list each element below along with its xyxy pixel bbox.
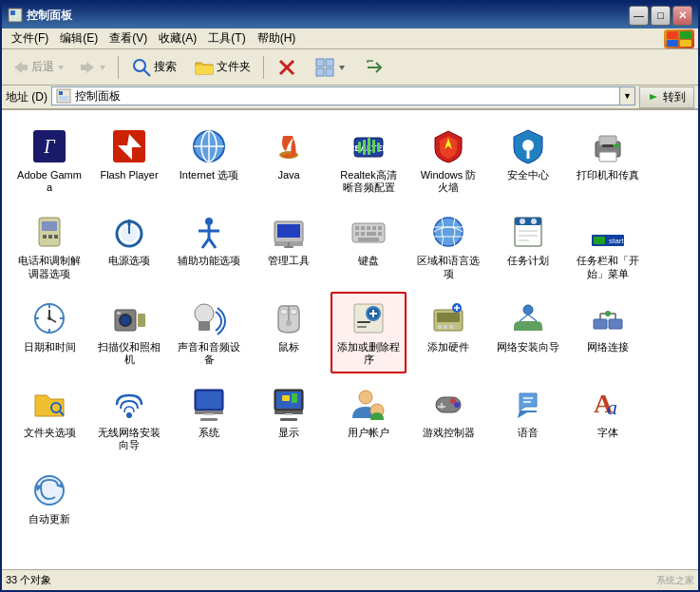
icon-graphic-printers [589, 127, 627, 165]
icon-date-time[interactable]: 日期和时间 [11, 292, 87, 373]
menu-edit[interactable]: 编辑(E) [54, 29, 104, 48]
close-button[interactable]: ✕ [672, 6, 692, 26]
icon-graphic-internet-options [190, 127, 228, 165]
icon-adobe-gamma[interactable]: ΓAdobe Gamma [11, 120, 87, 201]
icon-label-folder-options: 文件夹选项 [24, 427, 76, 439]
icon-sounds-audio[interactable]: 声音和音频设备 [171, 292, 247, 373]
icon-scanner-camera[interactable]: 扫描仪和照相机 [91, 292, 167, 373]
svg-rect-49 [599, 136, 616, 145]
icon-user-accounts[interactable]: 用户帐户 [331, 377, 407, 459]
delete-button[interactable] [270, 53, 304, 82]
menu-file[interactable]: 文件(F) [6, 29, 54, 48]
icon-folder-options[interactable]: 文件夹选项 [11, 377, 87, 459]
svg-rect-87 [515, 218, 541, 225]
menu-view[interactable]: 查看(V) [104, 29, 153, 48]
svg-rect-109 [138, 314, 145, 327]
icon-accessibility[interactable]: 辅助功能选项 [171, 205, 247, 287]
svg-rect-3 [10, 16, 15, 21]
icon-system[interactable]: 系统 [171, 377, 247, 459]
views-dropdown-icon [337, 60, 347, 75]
icon-label-scanner-camera: 扫描仪和照相机 [97, 341, 161, 366]
maximize-button[interactable]: □ [651, 6, 671, 26]
svg-rect-71 [284, 246, 293, 248]
menu-help[interactable]: 帮助(H) [252, 29, 302, 48]
svg-rect-73 [355, 226, 359, 230]
icon-graphic-display [270, 385, 308, 423]
icon-graphic-mouse [270, 299, 308, 337]
icon-display[interactable]: 显示 [251, 377, 327, 459]
address-label: 地址 (D) [6, 89, 47, 105]
svg-rect-80 [367, 232, 376, 236]
minimize-button[interactable]: — [629, 6, 649, 26]
folders-label: 文件夹 [217, 59, 251, 75]
icon-game-controllers[interactable]: 游戏控制器 [410, 377, 486, 459]
icon-windows-firewall[interactable]: Windows 防火墙 [410, 120, 486, 201]
move-button[interactable] [357, 53, 391, 82]
svg-rect-18 [196, 66, 213, 74]
svg-rect-111 [199, 321, 210, 331]
svg-rect-50 [599, 152, 616, 162]
icon-scheduled-tasks[interactable]: 任务计划 [490, 205, 566, 287]
icon-graphic-flash-player [110, 127, 148, 165]
address-dropdown[interactable]: ▼ [620, 86, 635, 105]
svg-rect-28 [59, 96, 68, 101]
icon-realtek-audio[interactable]: REALTEKRealtek高清晰音频配置 [331, 120, 407, 201]
address-folder-icon [56, 88, 71, 104]
icon-graphic-folder-options [30, 385, 68, 423]
icon-taskbar-start[interactable]: start任务栏和「开始」菜单 [570, 205, 646, 287]
svg-line-133 [528, 315, 537, 321]
icon-label-network-setup: 网络安装向导 [497, 341, 559, 353]
menu-tools[interactable]: 工具(T) [202, 29, 251, 48]
menu-favorites[interactable]: 收藏(A) [153, 29, 202, 48]
svg-rect-126 [444, 325, 447, 329]
icon-power-options[interactable]: 电源选项 [91, 205, 167, 287]
icon-add-hardware[interactable]: 添加硬件 [410, 292, 486, 373]
forward-button[interactable] [74, 54, 112, 81]
icon-fonts[interactable]: Aa字体 [570, 377, 646, 459]
svg-line-16 [143, 69, 150, 76]
icon-label-accessibility: 辅助功能选项 [178, 255, 240, 267]
icon-regional[interactable]: 区域和语言选项 [410, 205, 486, 287]
svg-rect-81 [378, 232, 382, 236]
icon-security-center[interactable]: 安全中心 [490, 120, 566, 201]
icon-add-remove[interactable]: 添加或删除程序 [331, 292, 407, 373]
icon-printers[interactable]: 打印机和传真 [570, 120, 646, 201]
svg-point-159 [454, 402, 460, 408]
icon-label-wireless-setup: 无线网络安装向导 [97, 427, 161, 451]
go-button[interactable]: 转到 [639, 86, 694, 108]
folders-button[interactable]: 文件夹 [187, 53, 257, 82]
icon-auto-update[interactable]: 自动更新 [11, 464, 87, 533]
icon-java[interactable]: Java [251, 120, 327, 201]
back-button[interactable]: 后退 [6, 54, 70, 81]
svg-text:Γ: Γ [43, 136, 56, 157]
icon-flash-player[interactable]: Flash Player [91, 120, 167, 201]
icon-graphic-phone-modem [30, 213, 68, 251]
address-input[interactable]: 控制面板 [51, 86, 620, 105]
svg-rect-135 [609, 319, 622, 329]
icon-label-fonts: 字体 [597, 427, 618, 439]
search-button[interactable]: 搜索 [124, 53, 183, 82]
svg-rect-147 [200, 418, 218, 421]
icon-graphic-game-controllers [429, 385, 467, 423]
window-icon [8, 8, 23, 23]
svg-rect-108 [117, 312, 121, 315]
svg-rect-57 [54, 235, 58, 239]
icon-internet-options[interactable]: Internet 选项 [171, 120, 247, 201]
winxp-logo [664, 29, 694, 48]
views-button[interactable] [308, 53, 353, 82]
icon-keyboard[interactable]: 键盘 [331, 205, 407, 287]
icon-admin-tools[interactable]: 管理工具 [251, 205, 327, 287]
icon-graphic-power-options [110, 213, 148, 251]
svg-point-107 [123, 317, 128, 323]
icon-speech[interactable]: 语音 [490, 377, 566, 459]
icon-network-setup[interactable]: 网络安装向导 [490, 292, 566, 373]
icon-wireless-setup[interactable]: 无线网络安装向导 [91, 377, 167, 459]
icon-graphic-windows-firewall [429, 127, 467, 165]
icon-graphic-wireless-setup [110, 385, 148, 423]
icon-graphic-date-time [30, 299, 68, 337]
menu-bar: 文件(F) 编辑(E) 查看(V) 收藏(A) 工具(T) 帮助(H) [2, 29, 698, 49]
icon-mouse[interactable]: 鼠标 [251, 292, 327, 373]
icon-network-connections[interactable]: 网络连接 [570, 292, 646, 373]
icon-graphic-network-setup [509, 299, 547, 337]
icon-phone-modem[interactable]: 电话和调制解调器选项 [11, 205, 87, 287]
